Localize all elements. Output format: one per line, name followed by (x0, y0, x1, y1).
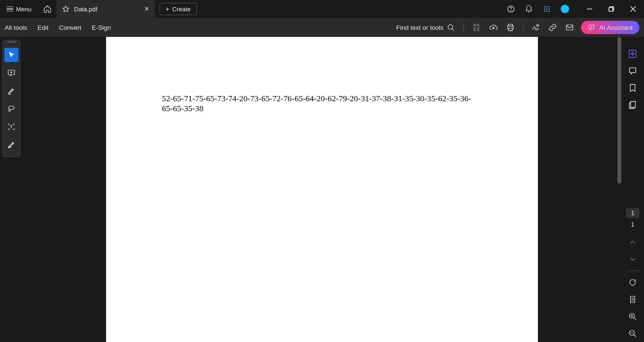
find-button[interactable]: Find text or tools (396, 24, 460, 32)
save-button[interactable] (468, 18, 485, 37)
minimize-icon (587, 6, 592, 12)
panel-pages-button[interactable] (624, 96, 641, 114)
link-icon (548, 23, 557, 32)
home-icon (43, 5, 52, 13)
apps-button[interactable] (538, 0, 556, 18)
svg-point-8 (544, 10, 546, 12)
fill-sign-tool[interactable] (4, 138, 18, 152)
pages-panel-icon (628, 100, 637, 110)
sign-button[interactable] (527, 18, 544, 37)
svg-point-5 (544, 9, 546, 10)
zoom-out-icon (628, 329, 637, 338)
page-down-button[interactable] (624, 251, 641, 268)
menu-edit[interactable]: Edit (37, 24, 48, 31)
menu-all-tools[interactable]: All tools (5, 24, 27, 31)
email-button[interactable] (561, 18, 578, 37)
zoom-in-button[interactable] (624, 308, 641, 325)
chevron-up-icon (629, 238, 636, 246)
svg-point-9 (546, 10, 548, 12)
highlighter-icon (7, 87, 16, 95)
draw-tool[interactable] (4, 102, 18, 116)
save-icon (472, 23, 481, 32)
minimize-button[interactable] (579, 0, 600, 18)
close-tab-button[interactable]: × (144, 5, 149, 13)
comment-tool[interactable] (4, 66, 18, 80)
select-tool[interactable] (4, 48, 18, 62)
signature-icon (531, 23, 540, 32)
document-area[interactable]: 52-65-71-75-65-73-74-20-73-65-72-76-65-6… (23, 37, 621, 342)
right-toolbar: 1 1 (621, 37, 644, 342)
comment-icon (7, 69, 16, 77)
text-tool[interactable] (4, 120, 18, 134)
bell-icon (525, 5, 533, 13)
mail-icon (565, 23, 574, 32)
menu-button[interactable]: Menu (0, 0, 38, 18)
pen-icon (7, 140, 16, 149)
cloud-upload-icon (489, 23, 498, 32)
menu-convert[interactable]: Convert (59, 24, 81, 31)
panel-ai-button[interactable] (624, 45, 641, 62)
help-button[interactable] (502, 0, 520, 18)
svg-point-7 (548, 9, 550, 10)
home-button[interactable] (38, 0, 56, 18)
help-icon (507, 5, 515, 13)
rotate-icon (628, 278, 637, 287)
document-tab[interactable]: Data.pdf × (56, 0, 155, 18)
ai-assistant-button[interactable]: AI Assistant (581, 21, 639, 34)
menu-label: Menu (16, 6, 32, 13)
svg-point-3 (546, 6, 548, 8)
grip-handle[interactable] (6, 41, 17, 44)
bookmark-panel-icon (628, 83, 637, 93)
page-current[interactable]: 1 (626, 208, 639, 218)
print-icon (506, 23, 515, 32)
zoom-out-button[interactable] (624, 325, 641, 342)
svg-rect-19 (629, 51, 636, 58)
account-button[interactable] (556, 0, 574, 18)
left-tool-panel (2, 40, 20, 157)
lasso-icon (7, 105, 16, 113)
svg-rect-16 (567, 25, 573, 30)
zoom-in-icon (628, 312, 637, 321)
ai-panel-icon (628, 49, 637, 59)
page-display-button[interactable] (624, 291, 641, 308)
close-window-button[interactable] (622, 0, 644, 18)
svg-point-10 (548, 10, 550, 12)
maximize-icon (608, 6, 614, 12)
main-area: 52-65-71-75-65-73-74-20-73-65-72-76-65-6… (0, 37, 644, 342)
panel-comments-button[interactable] (624, 62, 641, 79)
rotate-button[interactable] (624, 274, 641, 291)
svg-point-1 (511, 10, 511, 11)
panel-bookmarks-button[interactable] (624, 79, 641, 96)
svg-point-15 (537, 24, 539, 26)
tool-menu: All tools Edit Convert E-Sign (5, 24, 111, 31)
notifications-button[interactable] (520, 0, 538, 18)
vertical-scrollbar[interactable] (617, 37, 621, 184)
page-total: 1 (631, 221, 634, 228)
page-up-button[interactable] (624, 234, 641, 251)
text-select-icon (7, 123, 16, 131)
svg-point-2 (544, 6, 546, 8)
search-icon (447, 24, 455, 32)
hamburger-icon (7, 7, 13, 12)
highlight-tool[interactable] (4, 84, 18, 98)
svg-rect-11 (609, 8, 613, 11)
svg-rect-14 (509, 28, 513, 31)
document-text: 52-65-71-75-65-73-74-20-73-65-72-76-65-6… (162, 94, 479, 114)
link-button[interactable] (544, 18, 561, 37)
sparkle-chat-icon (588, 24, 595, 31)
tool-bar: All tools Edit Convert E-Sign Find text … (0, 18, 644, 37)
svg-point-6 (546, 9, 548, 10)
left-toolbar (0, 37, 23, 342)
avatar-icon (561, 5, 569, 13)
divider (523, 23, 523, 32)
maximize-button[interactable] (600, 0, 622, 18)
divider (626, 271, 639, 271)
upload-button[interactable] (485, 18, 502, 37)
print-button[interactable] (502, 18, 519, 37)
pdf-page: 52-65-71-75-65-73-74-20-73-65-72-76-65-6… (106, 37, 538, 342)
star-icon (62, 5, 70, 13)
menu-esign[interactable]: E-Sign (92, 24, 111, 31)
window-controls (579, 0, 644, 18)
create-button[interactable]: + Create (160, 3, 197, 15)
close-icon (630, 6, 636, 12)
